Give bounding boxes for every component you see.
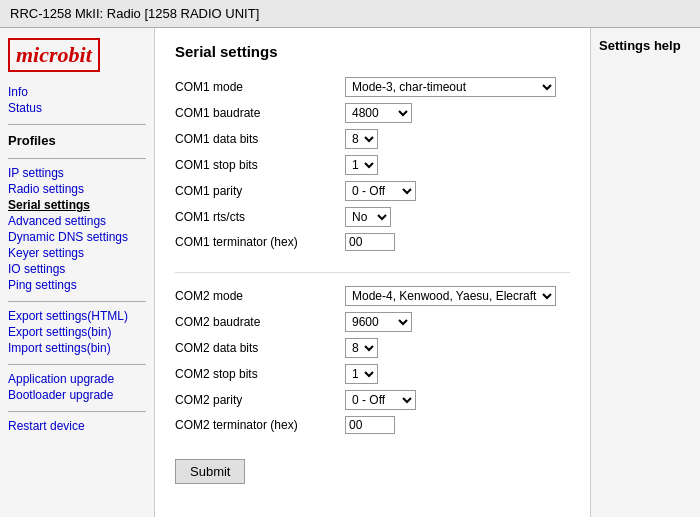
com2-baudrate-label: COM2 baudrate: [175, 309, 345, 335]
com2-mode-label: COM2 mode: [175, 283, 345, 309]
sidebar: microbit Info Status Profiles IP setting…: [0, 28, 155, 517]
com1-mode-label: COM1 mode: [175, 74, 345, 100]
com2-databits-select[interactable]: 7 8: [345, 338, 378, 358]
com1-mode-select[interactable]: Mode-3, char-timeout Mode-1 Mode-2 Mode-…: [345, 77, 556, 97]
com2-terminator-row: COM2 terminator (hex): [175, 413, 564, 437]
com2-stopbits-label: COM2 stop bits: [175, 361, 345, 387]
com2-mode-row: COM2 mode Mode-1 Mode-2 Mode-3, char-tim…: [175, 283, 564, 309]
profiles-label: Profiles: [8, 131, 146, 150]
submit-button[interactable]: Submit: [175, 459, 245, 484]
sidebar-restart-section: Restart device: [8, 418, 146, 434]
sidebar-settings-links: IP settings Radio settings Serial settin…: [8, 165, 146, 293]
sidebar-top-links: Info Status: [8, 84, 146, 116]
com2-mode-select[interactable]: Mode-1 Mode-2 Mode-3, char-timeout Mode-…: [345, 286, 556, 306]
com1-databits-label: COM1 data bits: [175, 126, 345, 152]
com2-databits-row: COM2 data bits 7 8: [175, 335, 564, 361]
com1-terminator-row: COM1 terminator (hex): [175, 230, 564, 254]
com1-rtscts-select[interactable]: No Yes: [345, 207, 391, 227]
com1-baudrate-select[interactable]: 1200 2400 4800 9600 19200 38400 57600 11…: [345, 103, 412, 123]
com2-parity-label: COM2 parity: [175, 387, 345, 413]
sidebar-item-status[interactable]: Status: [8, 100, 146, 116]
sidebar-item-info[interactable]: Info: [8, 84, 146, 100]
com2-terminator-input[interactable]: [345, 416, 395, 434]
sidebar-item-export-bin[interactable]: Export settings(bin): [8, 324, 146, 340]
com1-stopbits-label: COM1 stop bits: [175, 152, 345, 178]
sidebar-item-ping-settings[interactable]: Ping settings: [8, 277, 146, 293]
title-bar: RRC-1258 MkII: Radio [1258 RADIO UNIT]: [0, 0, 700, 28]
sidebar-item-dynamic-dns-settings[interactable]: Dynamic DNS settings: [8, 229, 146, 245]
sidebar-item-app-upgrade[interactable]: Application upgrade: [8, 371, 146, 387]
com1-form: COM1 mode Mode-3, char-timeout Mode-1 Mo…: [175, 74, 564, 254]
com1-baudrate-row: COM1 baudrate 1200 2400 4800 9600 19200 …: [175, 100, 564, 126]
logo: microbit: [8, 38, 146, 84]
sidebar-item-advanced-settings[interactable]: Advanced settings: [8, 213, 146, 229]
help-panel-title: Settings help: [599, 38, 681, 53]
sidebar-item-restart-device[interactable]: Restart device: [8, 418, 146, 434]
com1-parity-label: COM1 parity: [175, 178, 345, 204]
com1-rtscts-label: COM1 rts/cts: [175, 204, 345, 230]
com1-stopbits-row: COM1 stop bits 1 2: [175, 152, 564, 178]
sidebar-item-radio-settings[interactable]: Radio settings: [8, 181, 146, 197]
com1-baudrate-label: COM1 baudrate: [175, 100, 345, 126]
sidebar-upgrade-links: Application upgrade Bootloader upgrade: [8, 371, 146, 403]
main-content: Serial settings COM1 mode Mode-3, char-t…: [155, 28, 590, 517]
com2-form: COM2 mode Mode-1 Mode-2 Mode-3, char-tim…: [175, 283, 564, 437]
com2-baudrate-select[interactable]: 1200 2400 4800 9600 19200 38400 57600 11…: [345, 312, 412, 332]
com1-parity-row: COM1 parity 0 - Off 1 - Odd 2 - Even: [175, 178, 564, 204]
com1-terminator-label: COM1 terminator (hex): [175, 230, 345, 254]
sidebar-item-ip-settings[interactable]: IP settings: [8, 165, 146, 181]
com1-rtscts-row: COM1 rts/cts No Yes: [175, 204, 564, 230]
com1-stopbits-select[interactable]: 1 2: [345, 155, 378, 175]
com2-terminator-label: COM2 terminator (hex): [175, 413, 345, 437]
sidebar-item-import-bin[interactable]: Import settings(bin): [8, 340, 146, 356]
com2-parity-select[interactable]: 0 - Off 1 - Odd 2 - Even: [345, 390, 416, 410]
com2-parity-row: COM2 parity 0 - Off 1 - Odd 2 - Even: [175, 387, 564, 413]
sidebar-item-bootloader-upgrade[interactable]: Bootloader upgrade: [8, 387, 146, 403]
com1-parity-select[interactable]: 0 - Off 1 - Odd 2 - Even: [345, 181, 416, 201]
com1-terminator-input[interactable]: [345, 233, 395, 251]
sidebar-item-serial-settings[interactable]: Serial settings: [8, 197, 146, 213]
com2-stopbits-select[interactable]: 1 2: [345, 364, 378, 384]
sidebar-item-io-settings[interactable]: IO settings: [8, 261, 146, 277]
com1-mode-row: COM1 mode Mode-3, char-timeout Mode-1 Mo…: [175, 74, 564, 100]
sidebar-item-export-html[interactable]: Export settings(HTML): [8, 308, 146, 324]
com2-stopbits-row: COM2 stop bits 1 2: [175, 361, 564, 387]
sidebar-item-keyer-settings[interactable]: Keyer settings: [8, 245, 146, 261]
com2-databits-label: COM2 data bits: [175, 335, 345, 361]
com2-baudrate-row: COM2 baudrate 1200 2400 4800 9600 19200 …: [175, 309, 564, 335]
help-panel: Settings help: [590, 28, 700, 517]
com1-databits-select[interactable]: 7 8: [345, 129, 378, 149]
title-text: RRC-1258 MkII: Radio [1258 RADIO UNIT]: [10, 6, 259, 21]
sidebar-profiles-section: Profiles: [8, 131, 146, 150]
com1-databits-row: COM1 data bits 7 8: [175, 126, 564, 152]
page-title: Serial settings: [175, 43, 570, 60]
sidebar-export-links: Export settings(HTML) Export settings(bi…: [8, 308, 146, 356]
